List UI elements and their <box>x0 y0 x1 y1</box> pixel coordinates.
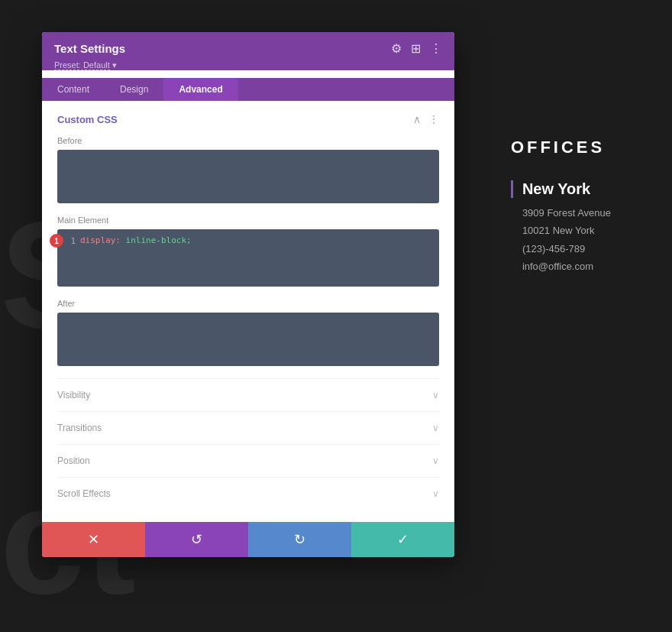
scroll-effects-section[interactable]: Scroll Effects ∨ <box>57 477 439 510</box>
layout-icon[interactable]: ⊞ <box>411 41 421 56</box>
code-content: display: inline-block; <box>80 235 192 245</box>
panel-header: Text Settings ⚙ ⊞ ⋮ Preset: Default ▾ <box>42 32 454 70</box>
transitions-label: Transitions <box>57 423 102 433</box>
line-badge: 1 <box>50 234 63 248</box>
line-number: 1 <box>63 236 76 246</box>
panel-body: Custom CSS ∧ ⋮ Before Main Element 1 1 d… <box>42 101 454 522</box>
undo-icon: ↺ <box>191 531 202 548</box>
transitions-chevron: ∨ <box>432 423 439 433</box>
office-address2: 10021 New York <box>522 222 611 239</box>
position-label: Position <box>57 455 90 466</box>
code-property: display: <box>80 235 121 245</box>
undo-button[interactable]: ↺ <box>145 522 248 557</box>
panel-tabs: Content Design Advanced <box>42 78 454 101</box>
redo-button[interactable]: ↻ <box>248 522 351 557</box>
code-value: inline-block; <box>126 235 192 245</box>
panel-preset[interactable]: Preset: Default ▾ <box>54 60 442 70</box>
main-element-label: Main Element <box>57 216 439 225</box>
cancel-button[interactable]: ✕ <box>42 522 145 557</box>
scroll-effects-chevron: ∨ <box>432 488 439 499</box>
position-section[interactable]: Position ∨ <box>57 444 439 477</box>
after-code-area[interactable] <box>57 313 439 366</box>
tab-design[interactable]: Design <box>105 78 163 101</box>
save-button[interactable]: ✓ <box>351 522 454 557</box>
section-more-icon[interactable]: ⋮ <box>428 113 439 125</box>
section-header-icons: ∧ ⋮ <box>413 113 439 125</box>
office-email: info@office.com <box>522 258 611 275</box>
settings-panel: Text Settings ⚙ ⊞ ⋮ Preset: Default ▾ Co… <box>42 32 454 557</box>
before-label: Before <box>57 136 439 145</box>
tab-content[interactable]: Content <box>42 78 105 101</box>
settings-icon[interactable]: ⚙ <box>391 41 402 56</box>
transitions-section[interactable]: Transitions ∨ <box>57 411 439 444</box>
panel-header-icons: ⚙ ⊞ ⋮ <box>391 41 442 56</box>
redo-icon: ↻ <box>294 531 305 548</box>
office-phone: (123)-456-789 <box>522 240 611 258</box>
tab-advanced[interactable]: Advanced <box>163 78 237 101</box>
collapse-icon[interactable]: ∧ <box>413 113 421 125</box>
office-content: OFFICES New York 3909 Forest Avenue 1002… <box>511 138 611 276</box>
office-details: 3909 Forest Avenue 10021 New York (123)-… <box>511 204 611 276</box>
section-title-custom-css: Custom CSS <box>57 114 118 125</box>
office-city: New York <box>511 180 611 198</box>
code-line: 1 display: inline-block; <box>63 235 433 246</box>
visibility-label: Visibility <box>57 390 90 400</box>
panel-title: Text Settings <box>54 42 125 55</box>
before-code-area[interactable] <box>57 150 439 203</box>
cancel-icon: ✕ <box>88 531 99 548</box>
more-icon[interactable]: ⋮ <box>430 41 442 56</box>
panel-footer: ✕ ↺ ↻ ✓ <box>42 522 454 557</box>
office-address1: 3909 Forest Avenue <box>522 204 611 222</box>
after-label: After <box>57 299 439 308</box>
visibility-chevron: ∨ <box>432 390 439 400</box>
panel-header-top: Text Settings ⚙ ⊞ ⋮ <box>54 41 442 56</box>
visibility-section[interactable]: Visibility ∨ <box>57 378 439 411</box>
scroll-effects-label: Scroll Effects <box>57 488 111 499</box>
office-title: OFFICES <box>511 138 611 157</box>
main-element-code-area[interactable]: 1 1 display: inline-block; <box>57 229 439 287</box>
save-icon: ✓ <box>397 531 409 548</box>
custom-css-section-header: Custom CSS ∧ ⋮ <box>57 113 439 125</box>
position-chevron: ∨ <box>432 455 439 466</box>
